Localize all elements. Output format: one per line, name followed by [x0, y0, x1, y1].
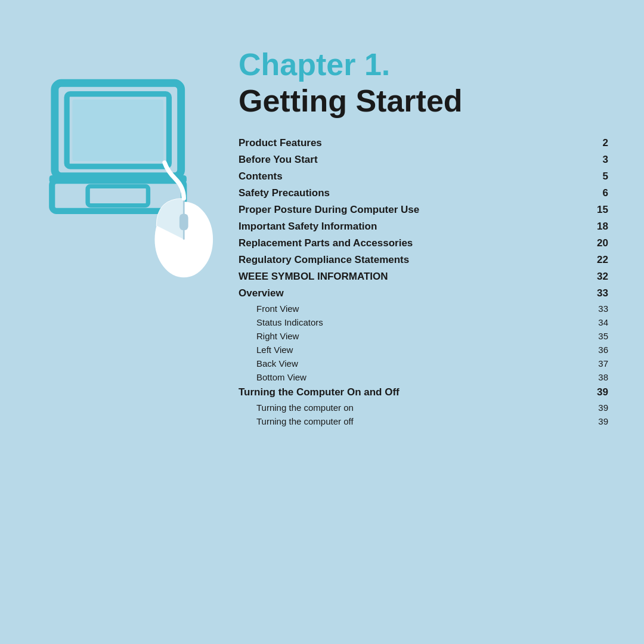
toc-label: Proper Posture During Computer Use	[239, 202, 587, 218]
toc-label: Back View	[239, 357, 587, 370]
toc-table: Product Features2Before You Start3Conten…	[239, 135, 608, 428]
toc-label: Regulatory Compliance Statements	[239, 252, 587, 268]
toc-page: 20	[587, 235, 608, 252]
toc-row: Turning the Computer On and Off39	[239, 384, 608, 401]
toc-page: 39	[587, 414, 608, 428]
svg-rect-5	[88, 186, 148, 205]
toc-row: Before You Start3	[239, 151, 608, 168]
chapter-label: Chapter 1.	[239, 48, 608, 82]
toc-label: Before You Start	[239, 151, 587, 168]
toc-page: 39	[587, 384, 608, 401]
toc-label: Right View	[239, 329, 587, 343]
toc-label: Replacement Parts and Accessories	[239, 235, 587, 252]
toc-row: Important Safety Information18	[239, 218, 608, 235]
toc-page: 36	[587, 343, 608, 357]
toc-label: Overview	[239, 285, 587, 302]
toc-page: 18	[587, 218, 608, 235]
toc-label: Left View	[239, 343, 587, 357]
toc-label: Bottom View	[239, 370, 587, 384]
toc-label: Turning the Computer On and Off	[239, 384, 587, 401]
toc-row: Safety Precautions6	[239, 185, 608, 202]
toc-row: Replacement Parts and Accessories20	[239, 235, 608, 252]
toc-label: Important Safety Information	[239, 218, 587, 235]
toc-label: Status Indicators	[239, 315, 587, 329]
toc-page: 38	[587, 370, 608, 384]
toc-label: WEEE SYMBOL INFORMATION	[239, 268, 587, 285]
toc-page: 3	[587, 151, 608, 168]
toc-label: Turning the computer off	[239, 414, 587, 428]
toc-label: Turning the computer on	[239, 401, 587, 414]
toc-page: 34	[587, 315, 608, 329]
toc-page: 5	[587, 168, 608, 185]
toc-page: 35	[587, 329, 608, 343]
toc-row: Contents5	[239, 168, 608, 185]
toc-page: 37	[587, 357, 608, 370]
toc-page: 33	[587, 285, 608, 302]
toc-page: 15	[587, 202, 608, 218]
toc-row: Right View35	[239, 329, 608, 343]
toc-page: 22	[587, 252, 608, 268]
toc-label: Product Features	[239, 135, 587, 151]
toc-row: Front View33	[239, 302, 608, 315]
toc-row: Overview33	[239, 285, 608, 302]
toc-row: Regulatory Compliance Statements22	[239, 252, 608, 268]
toc-page: 39	[587, 401, 608, 414]
toc-page: 6	[587, 185, 608, 202]
illustration	[36, 78, 239, 304]
toc-row: Proper Posture During Computer Use15	[239, 202, 608, 218]
toc-label: Safety Precautions	[239, 185, 587, 202]
toc-row: Bottom View38	[239, 370, 608, 384]
toc-row: Status Indicators34	[239, 315, 608, 329]
toc-page: 33	[587, 302, 608, 315]
toc-label: Front View	[239, 302, 587, 315]
content-area: Chapter 1. Getting Started Product Featu…	[239, 42, 608, 428]
toc-row: Turning the computer on39	[239, 401, 608, 414]
toc-row: Back View37	[239, 357, 608, 370]
toc-row: Product Features2	[239, 135, 608, 151]
toc-row: Left View36	[239, 343, 608, 357]
toc-page: 2	[587, 135, 608, 151]
toc-label: Contents	[239, 168, 587, 185]
toc-page: 32	[587, 268, 608, 285]
chapter-title: Getting Started	[239, 84, 608, 118]
svg-rect-8	[179, 213, 188, 230]
toc-row: Turning the computer off39	[239, 414, 608, 428]
svg-rect-2	[72, 100, 163, 161]
toc-row: WEEE SYMBOL INFORMATION32	[239, 268, 608, 285]
page-container: Chapter 1. Getting Started Product Featu…	[0, 0, 644, 644]
